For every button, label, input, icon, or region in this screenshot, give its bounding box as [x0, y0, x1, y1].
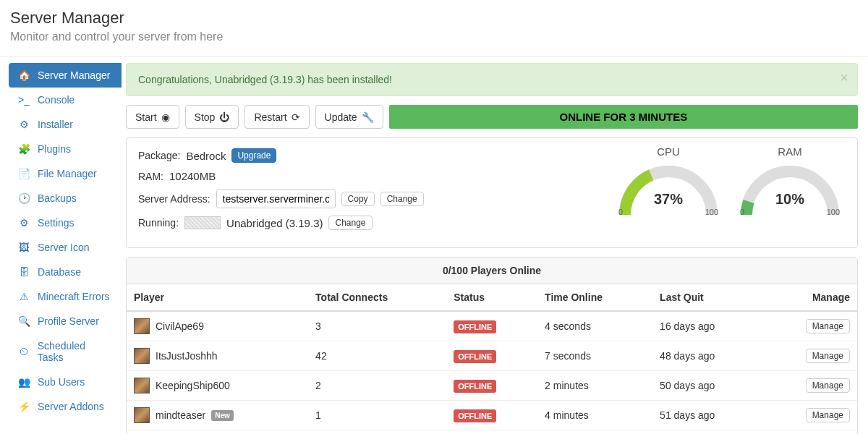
gauges: CPU 37% 0100 RAM 1 — [601, 138, 857, 247]
avatar — [134, 318, 150, 334]
running-thumbnail — [184, 216, 221, 229]
page-subtitle: Monitor and control your server from her… — [10, 30, 858, 43]
table-row: ItsJustJoshhh42OFFLINE7 seconds48 days a… — [127, 341, 857, 371]
play-icon: ◉ — [161, 111, 170, 123]
address-label: Server Address: — [138, 193, 210, 205]
gear-icon: ⚙ — [17, 217, 30, 229]
restart-button[interactable]: Restart ⟳ — [244, 105, 309, 129]
manage-button[interactable]: Manage — [806, 349, 850, 363]
refresh-icon: ⟳ — [292, 111, 300, 123]
sidebar-item-backups[interactable]: 🕑Backups — [9, 186, 122, 210]
ram-gauge: RAM 10% 0100 — [736, 145, 844, 243]
online-status-bar: ONLINE FOR 3 MINUTES — [389, 105, 858, 129]
running-label: Running: — [138, 217, 179, 229]
last-cell: 16 days ago — [652, 311, 763, 341]
table-row — [127, 430, 857, 435]
update-button[interactable]: Update 🔧 — [315, 105, 383, 129]
package-value: Bedrock — [186, 150, 226, 162]
wrench-icon: 🔧 — [362, 111, 374, 123]
player-name: ItsJustJoshhh — [156, 350, 218, 362]
schedule-icon: ⏲ — [17, 346, 30, 357]
bolt-icon: ⚡ — [17, 401, 30, 412]
users-icon: 👥 — [17, 376, 30, 388]
page-header: Server Manager Monitor and control your … — [0, 0, 868, 57]
col-player: Player — [127, 284, 308, 311]
cpu-gauge: CPU 37% 0100 — [614, 145, 723, 243]
db-icon: 🗄 — [17, 266, 30, 278]
upgrade-button[interactable]: Upgrade — [231, 148, 276, 163]
sidebar-item-label: Scheduled Tasks — [38, 340, 113, 363]
ram-label: RAM: — [138, 171, 163, 182]
sidebar-item-scheduled-tasks[interactable]: ⏲Scheduled Tasks — [9, 333, 122, 370]
last-cell: 51 days ago — [652, 401, 763, 430]
manage-button[interactable]: Manage — [806, 378, 850, 393]
sidebar-item-profile-server[interactable]: 🔍Profile Server — [9, 309, 122, 333]
home-icon: 🏠 — [17, 69, 30, 81]
sidebar-item-installer[interactable]: ⚙Installer — [9, 112, 122, 137]
sidebar-item-label: Server Icon — [38, 242, 90, 253]
col-manage: Manage — [763, 284, 857, 311]
power-icon: ⏻ — [219, 111, 229, 123]
image-icon: 🖼 — [17, 242, 30, 253]
copy-button[interactable]: Copy — [341, 192, 375, 206]
players-table-scroll[interactable]: Player Total Connects Status Time Online… — [127, 284, 857, 434]
player-name: CivilApe69 — [156, 320, 204, 332]
connects-cell: 3 — [308, 311, 446, 341]
start-button[interactable]: Start ◉ — [126, 105, 179, 129]
connects-cell: 1 — [308, 401, 446, 430]
sidebar-item-label: Server Manager — [38, 69, 110, 81]
sidebar-item-server-icon[interactable]: 🖼Server Icon — [9, 235, 122, 260]
close-icon[interactable]: × — [840, 69, 848, 86]
sidebar-item-label: Console — [38, 94, 75, 106]
sidebar-item-label: Database — [38, 266, 81, 278]
sidebar-item-label: Backups — [38, 192, 77, 204]
alert-text: Congratulations, Unabridged (3.19.3) has… — [138, 74, 392, 85]
sidebar-item-plugins[interactable]: 🧩Plugins — [9, 137, 122, 161]
col-connects: Total Connects — [308, 284, 446, 311]
sidebar-item-label: Sub Users — [38, 376, 85, 388]
col-status: Status — [446, 284, 537, 311]
sidebar-item-minecraft-errors[interactable]: ⚠Minecraft Errors — [9, 284, 122, 309]
page-title: Server Manager — [10, 9, 858, 27]
players-header: 0/100 Players Online — [127, 258, 857, 284]
sidebar-item-label: File Manager — [38, 168, 97, 179]
sidebar-item-console[interactable]: >_Console — [9, 88, 122, 112]
players-panel: 0/100 Players Online Player Total Connec… — [126, 257, 858, 434]
main-content: Congratulations, Unabridged (3.19.3) has… — [122, 57, 868, 434]
stop-button[interactable]: Stop ⏻ — [185, 105, 239, 129]
server-info-panel: Package: Bedrock Upgrade RAM: 10240MB Se… — [126, 137, 858, 248]
running-value: Unabridged (3.19.3) — [226, 217, 323, 229]
sidebar-item-settings[interactable]: ⚙Settings — [9, 210, 122, 235]
cog-icon: ⚙ — [17, 119, 30, 130]
sidebar-item-file-manager[interactable]: 📄File Manager — [9, 161, 122, 186]
connects-cell: 2 — [308, 371, 446, 401]
sidebar-item-label: Profile Server — [38, 315, 99, 327]
change-running-button[interactable]: Change — [328, 216, 372, 230]
sidebar-item-database[interactable]: 🗄Database — [9, 260, 122, 284]
col-time: Time Online — [537, 284, 652, 311]
player-name: mindteaser — [156, 409, 205, 421]
manage-button[interactable]: Manage — [806, 319, 850, 333]
change-address-button[interactable]: Change — [380, 192, 424, 206]
time-cell: 4 seconds — [537, 311, 652, 341]
file-icon: 📄 — [17, 168, 30, 179]
manage-button[interactable]: Manage — [806, 408, 850, 422]
sidebar-item-server-addons[interactable]: ⚡Server Addons — [9, 394, 122, 419]
address-input[interactable] — [216, 190, 336, 208]
status-badge: OFFLINE — [454, 380, 496, 393]
col-last: Last Quit — [652, 284, 763, 311]
time-cell: 7 seconds — [537, 341, 652, 371]
status-badge: OFFLINE — [454, 320, 496, 333]
avatar — [134, 407, 150, 423]
ram-value: 10240MB — [169, 170, 216, 182]
sidebar: 🏠Server Manager>_Console⚙Installer🧩Plugi… — [0, 57, 122, 434]
sidebar-item-label: Settings — [38, 217, 75, 229]
sidebar-item-label: Server Addons — [38, 401, 104, 412]
player-name: KeepingShip600 — [156, 380, 230, 391]
terminal-icon: >_ — [17, 94, 30, 106]
status-badge: OFFLINE — [454, 350, 496, 363]
time-cell: 4 minutes — [537, 401, 652, 430]
sidebar-item-sub-users[interactable]: 👥Sub Users — [9, 370, 122, 394]
sidebar-item-server-manager[interactable]: 🏠Server Manager — [9, 63, 122, 88]
sidebar-item-label: Installer — [38, 119, 73, 130]
